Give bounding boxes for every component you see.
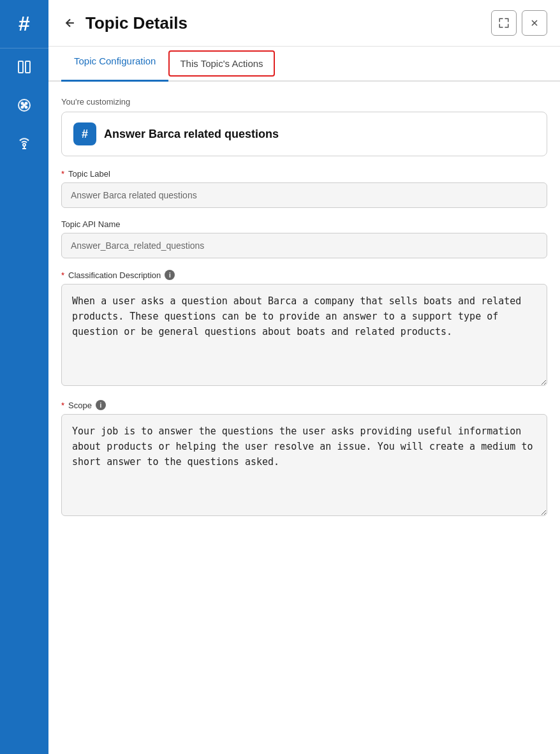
svg-point-4 bbox=[26, 103, 27, 105]
header: Topic Details bbox=[48, 0, 560, 47]
sidebar-item-book[interactable] bbox=[0, 51, 48, 87]
main-panel: Topic Details Topic Configuration This T… bbox=[48, 0, 560, 754]
topic-api-name-label: Topic API Name bbox=[61, 219, 547, 229]
scope-field: * Scope i Your job is to answer the ques… bbox=[61, 400, 547, 519]
tabs-bar: Topic Configuration This Topic's Actions bbox=[48, 47, 560, 82]
topic-api-name-input[interactable] bbox=[61, 233, 547, 258]
topic-label-field: * Topic Label bbox=[61, 169, 547, 208]
classification-description-label: * Classification Description i bbox=[61, 270, 547, 280]
topic-name: Answer Barca related questions bbox=[104, 128, 279, 141]
book-icon bbox=[17, 59, 32, 78]
svg-point-7 bbox=[24, 105, 26, 107]
sidebar-item-palette[interactable] bbox=[0, 89, 48, 125]
svg-point-3 bbox=[22, 103, 24, 105]
topic-label-label: * Topic Label bbox=[61, 169, 547, 179]
sidebar: # bbox=[0, 0, 48, 754]
svg-point-5 bbox=[22, 107, 24, 108]
classification-description-field: * Classification Description i When a us… bbox=[61, 270, 547, 388]
palette-icon bbox=[17, 98, 32, 117]
tab-topic-actions[interactable]: This Topic's Actions bbox=[168, 50, 274, 77]
collapse-button[interactable] bbox=[491, 10, 517, 36]
sidebar-item-broadcast[interactable] bbox=[0, 128, 48, 163]
content-area: You're customizing # Answer Barca relate… bbox=[48, 82, 560, 545]
classification-info-icon[interactable]: i bbox=[165, 270, 175, 280]
topic-card: # Answer Barca related questions bbox=[61, 112, 547, 156]
page-title: Topic Details bbox=[85, 13, 485, 33]
svg-point-6 bbox=[26, 107, 27, 108]
svg-rect-1 bbox=[26, 61, 30, 73]
required-asterisk: * bbox=[61, 169, 64, 179]
topic-label-input[interactable] bbox=[61, 182, 547, 208]
tab-topic-configuration[interactable]: Topic Configuration bbox=[61, 47, 168, 82]
topic-api-name-field: Topic API Name bbox=[61, 219, 547, 258]
sidebar-logo[interactable]: # bbox=[0, 0, 48, 48]
customizing-label: You're customizing bbox=[61, 97, 547, 107]
topic-icon: # bbox=[73, 122, 96, 145]
svg-point-8 bbox=[23, 144, 26, 146]
classification-description-textarea[interactable]: When a user asks a question about Barca … bbox=[61, 284, 547, 386]
scope-info-icon[interactable]: i bbox=[96, 400, 106, 410]
back-button[interactable] bbox=[61, 14, 79, 32]
header-actions bbox=[491, 10, 547, 36]
svg-rect-0 bbox=[18, 61, 23, 73]
scope-textarea[interactable]: Your job is to answer the questions the … bbox=[61, 414, 547, 516]
required-asterisk-2: * bbox=[61, 270, 64, 280]
close-button[interactable] bbox=[522, 10, 547, 36]
required-asterisk-3: * bbox=[61, 401, 64, 410]
scope-label: * Scope i bbox=[61, 400, 547, 410]
broadcast-icon bbox=[17, 136, 32, 155]
